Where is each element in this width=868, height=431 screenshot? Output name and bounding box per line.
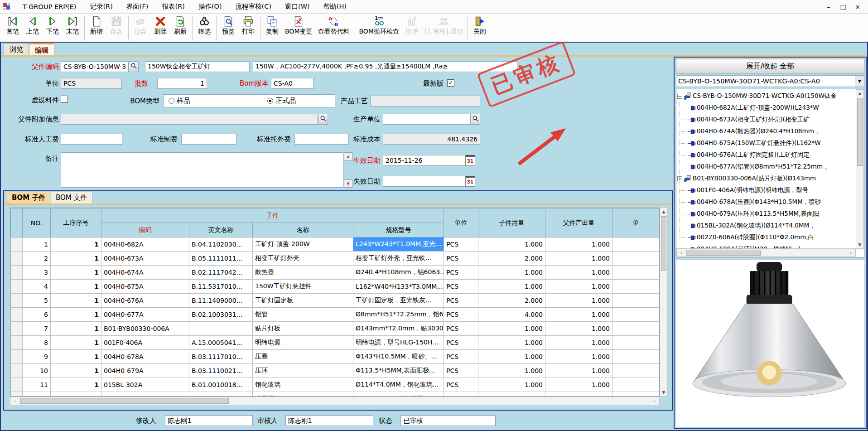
- tree-item[interactable]: −CS-BYB-O-150MW-30D71-WCTKG-A0(150W钛金: [676, 90, 849, 102]
- row-selector[interactable]: [11, 237, 23, 252]
- toolbar-bom-loop-button[interactable]: 1BOM循环检查: [356, 15, 401, 36]
- scroll-down-icon[interactable]: ▼: [660, 389, 667, 396]
- toolbar-substitute-button[interactable]: AB查看替代料: [315, 15, 352, 36]
- spec-cell[interactable]: Φ143*H10.5MM，喷砂、...: [353, 350, 444, 364]
- tree-item[interactable]: 004H0-674A(散热器)(Ø240.4*H108mm，: [676, 126, 849, 137]
- spec-cell[interactable]: Φ113.5*H5MM,表面阳极...: [353, 364, 444, 378]
- chevron-down-icon[interactable]: ▼: [855, 76, 864, 87]
- std-labor-field[interactable]: [61, 134, 122, 145]
- toolbar-bom-change-button[interactable]: BOM变更: [282, 15, 315, 36]
- toolbar-nav-next-button[interactable]: 下笔: [43, 15, 63, 36]
- scroll-down-icon[interactable]: ▼: [856, 241, 863, 248]
- scroll-up-icon[interactable]: ▲: [856, 90, 863, 97]
- bom-version-field[interactable]: CS-A0: [271, 78, 313, 89]
- tree-item[interactable]: 001F0-406A(明纬电源)(明纬电源，型号: [676, 184, 849, 196]
- tree-vertical-scrollbar[interactable]: ▲ ▼: [856, 89, 864, 249]
- toolbar-new-doc-button[interactable]: 新增: [87, 15, 106, 36]
- table-row[interactable]: 11004H0-682AB.04.1102030...工矿灯-顶盖-200WL2…: [11, 237, 660, 252]
- expire-calendar-button[interactable]: 31: [465, 176, 475, 187]
- radio-formal[interactable]: 正式品: [267, 97, 296, 105]
- remark-field[interactable]: [61, 152, 343, 188]
- row-selector[interactable]: [11, 350, 23, 364]
- row-selector[interactable]: [11, 280, 23, 294]
- toolbar-filter-button[interactable]: 筛选: [194, 15, 214, 36]
- spec-cell[interactable]: Ø240.4*H108mm，铝6063...: [353, 266, 444, 280]
- table-row[interactable]: 71B01-BYB00330-006A贴片灯板Ø143mm*T2.0mm，贴30…: [11, 322, 660, 336]
- tree-item[interactable]: +B01-BYB00330-006A(贴片灯板)(Ø143mm: [676, 173, 849, 184]
- menu-窗口(W)[interactable]: 窗口(W): [279, 0, 316, 13]
- expire-date-field[interactable]: [383, 176, 465, 187]
- menu-记录(R)[interactable]: 记录(R): [83, 0, 119, 13]
- std-outsource-field[interactable]: [294, 134, 349, 145]
- expand-icon[interactable]: +: [677, 176, 682, 181]
- toolbar-print-button[interactable]: 打印: [238, 15, 258, 36]
- collapse-icon[interactable]: −: [677, 94, 682, 99]
- restore-button[interactable]: □: [837, 2, 849, 12]
- tab-bom-files[interactable]: BOM 文件: [51, 192, 92, 203]
- toolbar-preview-button[interactable]: 预览: [218, 15, 238, 36]
- row-selector[interactable]: [11, 336, 23, 350]
- parent-spec-field[interactable]: 150W，AC100-277V,4000K ,PF≥0.95 ,光通量≥1540…: [253, 61, 517, 72]
- scroll-right-icon[interactable]: ›: [847, 249, 854, 257]
- scrollbar-thumb[interactable]: [686, 250, 761, 256]
- scrollbar-thumb[interactable]: [857, 98, 863, 166]
- row-selector[interactable]: [11, 364, 23, 378]
- scroll-right-icon[interactable]: ›: [651, 397, 658, 405]
- spec-cell[interactable]: 相变工矿灯外壳，亚光铁...: [353, 252, 444, 266]
- tab-bom-children[interactable]: BOM 子件: [7, 192, 50, 203]
- toolbar-copy-button[interactable]: 复制: [262, 15, 282, 36]
- effective-calendar-button[interactable]: 31: [465, 155, 475, 166]
- scrollbar-thumb[interactable]: [20, 398, 229, 404]
- production-unit-lookup-button[interactable]: [470, 114, 480, 125]
- spec-cell[interactable]: Ø8mm*H51*T2.25mm，铝6...: [353, 308, 444, 322]
- spec-cell[interactable]: L243*W243*T1.0MM.亚光...: [353, 237, 444, 252]
- expand-collapse-all-button[interactable]: 展开/收起 全部: [676, 59, 864, 73]
- parent-code-field[interactable]: CS-BYB-O-150MW-3: [61, 61, 129, 72]
- spec-cell[interactable]: 工矿灯固定板，亚光铁灰...: [353, 294, 444, 308]
- table-row[interactable]: 111015BL-302AB.01.0010018...钢化玻璃Ø114*T4.…: [11, 378, 660, 392]
- tree-item[interactable]: 002Z0-606A(硅胶圈)(Φ110*Φ2.0mm,白: [676, 232, 849, 243]
- table-row[interactable]: 51004H0-676AB.11.1409000...工矿灯固定板工矿灯固定板，…: [11, 294, 660, 308]
- radio-sample[interactable]: 样品: [169, 97, 190, 105]
- tree-item[interactable]: 004H0-677A(铝管)(Ø8mm*H51*T2.25mm，: [676, 161, 849, 173]
- toolbar-nav-first-button[interactable]: 首笔: [3, 15, 23, 36]
- tree-item[interactable]: 004H0-676A(工矿灯固定板)(工矿灯固定: [676, 149, 849, 161]
- tree-item[interactable]: 004H0-675A(150W工矿灯悬挂件)(L162*W: [676, 137, 849, 149]
- table-vertical-scrollbar[interactable]: ▲ ▼: [660, 208, 668, 397]
- virtual-part-checkbox[interactable]: [61, 96, 68, 103]
- toolbar-close-form-button[interactable]: 关闭: [470, 15, 490, 36]
- spec-cell[interactable]: 明纬电源，型号HLG-150H...: [353, 336, 444, 350]
- table-row[interactable]: 31004H0-674AB.02.1117042...散热器Ø240.4*H10…: [11, 266, 660, 280]
- table-row[interactable]: 101004H0-679AB.03.1110021...压环Φ113.5*H5M…: [11, 364, 660, 378]
- menu-T-GROUP ERP(E)[interactable]: T-GROUP ERP(E): [16, 1, 82, 12]
- bom-version-dropdown[interactable]: CS-BYB-O-150MW-30D71-WCTKG-A0:CS-A0 ▼: [676, 75, 864, 87]
- row-selector[interactable]: [11, 392, 23, 397]
- spec-cell[interactable]: Φ110*Φ2.0，白色硅胶...: [353, 392, 444, 397]
- row-selector[interactable]: [11, 322, 23, 336]
- row-selector[interactable]: [11, 266, 23, 280]
- table-row[interactable]: 41004H0-675AB.11.5317010...150W工矿灯悬挂件L16…: [11, 280, 660, 294]
- tab-browse[interactable]: 浏览: [4, 43, 29, 55]
- table-row[interactable]: 61004H0-677AB.02.1003031...铝管Ø8mm*H51*T2…: [11, 308, 660, 322]
- table-horizontal-scrollbar[interactable]: ‹ ›: [10, 397, 660, 405]
- tab-edit[interactable]: 编辑: [29, 43, 54, 55]
- minimize-button[interactable]: –: [823, 2, 834, 12]
- toolbar-refresh-button[interactable]: 刷新: [170, 15, 190, 36]
- batch-field[interactable]: 1: [157, 78, 207, 89]
- latest-version-checkbox[interactable]: ✓: [447, 79, 454, 87]
- scroll-left-icon[interactable]: ‹: [11, 397, 19, 405]
- tree-item[interactable]: 004H0-678A(压圈)(Φ143*H10.5MM，喷砂: [676, 196, 849, 208]
- table-row[interactable]: 91004H0-678AB.03.1117010...压圈Φ143*H10.5M…: [11, 350, 660, 364]
- table-row[interactable]: 81001F0-406AA.15.0005041...明纬电源明纬电源，型号HL…: [11, 336, 660, 350]
- menu-流程审核(C)[interactable]: 流程审核(C): [229, 0, 278, 13]
- parent-name-field[interactable]: 150W钛金相变工矿灯: [145, 61, 250, 72]
- tree-item[interactable]: 004H0-682A(工矿灯-顶盖-200W)(L243*W: [676, 102, 849, 114]
- tree-item[interactable]: 015BL-302A(钢化玻璃)(Ø114*T4.0MM，: [676, 220, 849, 232]
- row-selector[interactable]: [11, 252, 23, 266]
- close-button[interactable]: ×: [852, 2, 863, 12]
- parent-extra-lookup-button[interactable]: [318, 114, 328, 125]
- effective-date-field[interactable]: 2015-11-26: [383, 155, 465, 166]
- menu-报表(R)[interactable]: 报表(R): [155, 0, 191, 13]
- production-unit-field[interactable]: [383, 114, 470, 125]
- row-selector[interactable]: [11, 294, 23, 308]
